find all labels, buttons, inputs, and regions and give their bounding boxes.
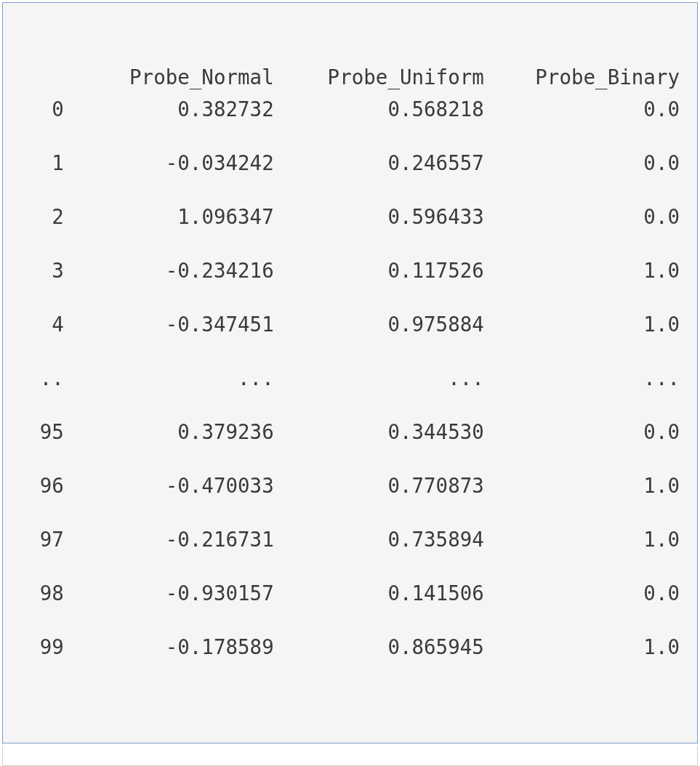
cell-binary: 1.0 [484,315,680,368]
table-row: 1 -0.034242 0.246557 0.0 [28,153,680,207]
cell-normal: 0.382732 [64,100,274,153]
cell-index: 1 [28,153,64,207]
cell-normal: -0.216731 [64,530,274,584]
cell-uniform: 0.770873 [274,476,484,530]
col-header-index [28,68,64,100]
ellipsis-row: .. ... ... ... [28,368,680,422]
header-row: Probe_Normal Probe_Uniform Probe_Binary [28,68,680,100]
cell-uniform: ... [274,368,484,422]
cell-index: 2 [28,207,64,261]
cell-index: 0 [28,100,64,153]
table-row: 96 -0.470033 0.770873 1.0 [28,476,680,530]
cell-binary: 1.0 [484,261,680,315]
cell-uniform: 0.141506 [274,584,484,637]
table-row: 95 0.379236 0.344530 0.0 [28,422,680,476]
cell-index: 96 [28,476,64,530]
col-header-binary: Probe_Binary [484,68,680,100]
table-row: 98 -0.930157 0.141506 0.0 [28,584,680,637]
cell-uniform: 0.117526 [274,261,484,315]
table-row: 97 -0.216731 0.735894 1.0 [28,530,680,584]
table-row: 4 -0.347451 0.975884 1.0 [28,315,680,368]
table-row: 99 -0.178589 0.865945 1.0 [28,637,680,691]
cell-uniform: 0.735894 [274,530,484,584]
cell-normal: 1.096347 [64,207,274,261]
dataframe-output-cell: Probe_Normal Probe_Uniform Probe_Binary … [2,2,698,743]
dataframe-table: Probe_Normal Probe_Uniform Probe_Binary … [28,68,680,691]
cell-index: 95 [28,422,64,476]
cell-binary: 1.0 [484,476,680,530]
table-row: 2 1.096347 0.596433 0.0 [28,207,680,261]
cell-uniform: 0.975884 [274,315,484,368]
cell-index: 4 [28,315,64,368]
cell-index: 3 [28,261,64,315]
next-cell-strip [2,746,698,766]
cell-binary: 0.0 [484,207,680,261]
cell-normal: -0.034242 [64,153,274,207]
cell-uniform: 0.344530 [274,422,484,476]
cell-normal: -0.234216 [64,261,274,315]
cell-binary: 0.0 [484,584,680,637]
cell-normal: -0.470033 [64,476,274,530]
cell-uniform: 0.596433 [274,207,484,261]
table-row: 0 0.382732 0.568218 0.0 [28,100,680,153]
table-row: 3 -0.234216 0.117526 1.0 [28,261,680,315]
cell-uniform: 0.568218 [274,100,484,153]
cell-index: 98 [28,584,64,637]
cell-normal: -0.178589 [64,637,274,691]
cell-uniform: 0.246557 [274,153,484,207]
cell-normal: -0.930157 [64,584,274,637]
cell-binary: 1.0 [484,637,680,691]
cell-binary: 0.0 [484,153,680,207]
col-header-normal: Probe_Normal [64,68,274,100]
cell-normal: 0.379236 [64,422,274,476]
cell-binary: ... [484,368,680,422]
cell-uniform: 0.865945 [274,637,484,691]
cell-index: 99 [28,637,64,691]
cell-binary: 0.0 [484,100,680,153]
cell-binary: 1.0 [484,530,680,584]
cell-index: .. [28,368,64,422]
col-header-uniform: Probe_Uniform [274,68,484,100]
cell-index: 97 [28,530,64,584]
cell-normal: ... [64,368,274,422]
cell-binary: 0.0 [484,422,680,476]
cell-normal: -0.347451 [64,315,274,368]
